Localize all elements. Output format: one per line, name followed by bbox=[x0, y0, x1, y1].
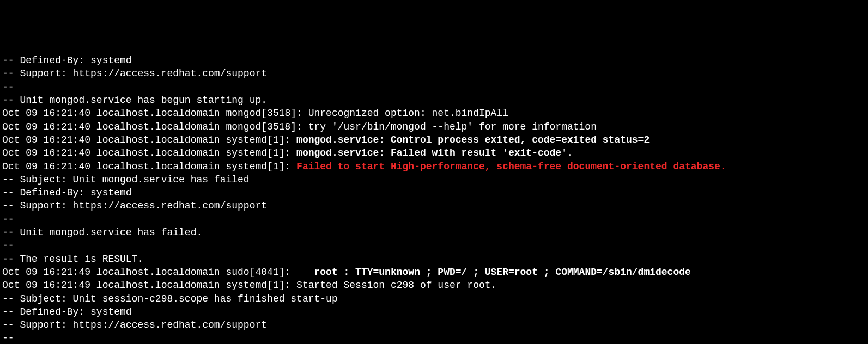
log-text: -- Support: https://access.redhat.com/su… bbox=[2, 200, 267, 211]
log-line: -- Unit mongod.service has begun startin… bbox=[2, 94, 866, 107]
log-segment: mongod.service: Control process exited, … bbox=[296, 134, 650, 145]
log-text: -- Defined-By: systemd bbox=[2, 187, 132, 198]
log-segment: Oct 09 16:21:40 localhost.localdomain sy… bbox=[2, 161, 296, 172]
log-text: Oct 09 16:21:40 localhost.localdomain mo… bbox=[2, 108, 508, 119]
log-segment: Oct 09 16:21:40 localhost.localdomain sy… bbox=[2, 148, 296, 158]
log-line: -- bbox=[2, 81, 866, 94]
log-line: Oct 09 16:21:49 localhost.localdomain sy… bbox=[2, 279, 866, 292]
log-text: Oct 09 16:21:49 localhost.localdomain sy… bbox=[2, 280, 496, 291]
log-text: Oct 09 16:21:40 localhost.localdomain mo… bbox=[2, 121, 597, 132]
log-text: -- Unit mongod.service has failed. bbox=[2, 227, 202, 238]
log-text: -- Unit mongod.service has begun startin… bbox=[2, 95, 267, 106]
log-text: -- The result is RESULT. bbox=[2, 254, 143, 265]
log-line: Oct 09 16:21:49 localhost.localdomain su… bbox=[2, 266, 866, 279]
log-line: -- Support: https://access.redhat.com/su… bbox=[2, 318, 866, 331]
log-line: -- bbox=[2, 239, 866, 252]
log-line: -- Defined-By: systemd bbox=[2, 305, 866, 318]
log-line: -- Subject: Unit mongod.service has fail… bbox=[2, 173, 866, 186]
log-text: -- bbox=[2, 240, 14, 251]
log-segment: Failed to start High-performance, schema… bbox=[296, 161, 726, 172]
log-text: -- Support: https://access.redhat.com/su… bbox=[2, 68, 267, 79]
log-line: Oct 09 16:21:40 localhost.localdomain sy… bbox=[2, 160, 866, 173]
log-line: -- Defined-By: systemd bbox=[2, 186, 866, 199]
log-line: Oct 09 16:21:40 localhost.localdomain mo… bbox=[2, 107, 866, 120]
log-text: -- bbox=[2, 214, 14, 225]
log-line: -- bbox=[2, 213, 866, 226]
log-line: Oct 09 16:21:40 localhost.localdomain sy… bbox=[2, 133, 866, 146]
log-line: -- Unit mongod.service has failed. bbox=[2, 226, 866, 239]
log-line: Oct 09 16:21:40 localhost.localdomain mo… bbox=[2, 120, 866, 133]
log-text: -- Support: https://access.redhat.com/su… bbox=[2, 320, 267, 330]
log-line: -- bbox=[2, 331, 866, 344]
log-text: -- Subject: Unit mongod.service has fail… bbox=[2, 174, 250, 185]
log-segment: Oct 09 16:21:40 localhost.localdomain sy… bbox=[2, 134, 296, 145]
log-text: -- bbox=[2, 82, 14, 93]
log-line: -- Support: https://access.redhat.com/su… bbox=[2, 67, 866, 80]
log-text: -- Defined-By: systemd bbox=[2, 55, 132, 66]
log-line: -- The result is RESULT. bbox=[2, 253, 866, 266]
log-text: -- Subject: Unit session-c298.scope has … bbox=[2, 293, 338, 304]
log-line: -- Subject: Unit session-c298.scope has … bbox=[2, 292, 866, 305]
log-segment: Oct 09 16:21:49 localhost.localdomain su… bbox=[2, 267, 314, 278]
log-line: -- Defined-By: systemd bbox=[2, 54, 866, 67]
log-text: -- Defined-By: systemd bbox=[2, 306, 132, 317]
terminal-output[interactable]: -- Defined-By: systemd-- Support: https:… bbox=[2, 54, 866, 344]
log-line: -- Support: https://access.redhat.com/su… bbox=[2, 199, 866, 212]
log-text: -- bbox=[2, 333, 14, 343]
log-segment: root : TTY=unknown ; PWD=/ ; USER=root ;… bbox=[314, 267, 691, 278]
log-line: Oct 09 16:21:40 localhost.localdomain sy… bbox=[2, 146, 866, 159]
log-segment: mongod.service: Failed with result 'exit… bbox=[296, 148, 573, 158]
